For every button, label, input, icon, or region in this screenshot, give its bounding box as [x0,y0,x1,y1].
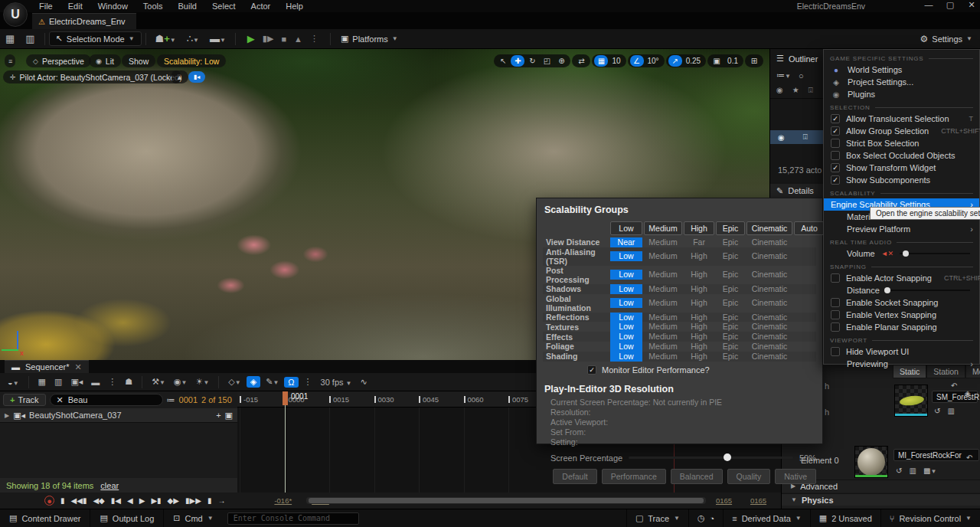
set-start-icon[interactable]: ▮ [60,496,65,505]
scalability-cell-low[interactable]: Low [610,313,642,322]
browse-sequence-icon[interactable]: ▥ [51,377,65,387]
reset-property-icon[interactable]: ↶ [949,381,959,390]
checkbox-checked-icon[interactable]: ✓ [831,175,840,185]
prev-frame-icon[interactable]: ▮◀ [111,496,121,505]
checkbox-icon[interactable] [831,347,840,356]
add-section-icon[interactable]: + [216,411,220,420]
favorite-column-icon[interactable]: ★ [792,86,799,95]
menu-item-allow-group-selection[interactable]: ✓Allow Group SelectionCTRL+SHIFT+G [824,125,979,137]
visibility-column-icon[interactable]: ◉ [776,86,783,95]
camera-speed-value[interactable]: 0.1 [724,57,741,65]
scale-snap-icon[interactable]: ↗ [668,55,682,67]
play-reverse-icon[interactable]: ◀ [127,496,133,505]
material-thumbnail[interactable] [854,446,888,478]
source-control-icon[interactable]: ▥ [20,33,40,44]
scalability-cell-near[interactable]: Near [610,237,642,247]
scalability-cell-cinematic[interactable]: Cinematic [746,270,792,280]
preset-button-balanced[interactable]: Balanced [671,469,723,484]
scalability-cell-low[interactable]: Low [610,342,642,352]
snap-options-icon[interactable]: ⋮ [301,377,315,387]
select-tool-icon[interactable]: ↖ [496,55,510,67]
menu-item-select[interactable]: Select [205,0,243,12]
menu-item-plugins[interactable]: ◉Plugins [824,88,979,100]
jump-start-icon[interactable]: ◀◀▮ [71,496,87,505]
settings-dropdown[interactable]: ⚙ Settings ▼ [920,34,972,44]
play-options-icon[interactable]: ⋮ [310,34,318,44]
material-options-icon[interactable]: ▩▼ [921,466,939,475]
maximize-viewport-icon[interactable]: ⊞ [747,55,761,67]
scalability-cell-epic[interactable]: Epic [716,251,745,261]
move-tool-icon[interactable]: ✚ [511,55,524,67]
scalability-cell-high[interactable]: High [684,313,714,322]
more-options-icon[interactable]: ⋮ [105,377,119,387]
menu-item-show-subcomponents[interactable]: ✓Show Subcomponents [824,174,979,186]
show-dropdown[interactable]: Show [122,54,155,67]
play-icon[interactable]: ▶ [139,496,145,505]
scalability-cell-cinematic[interactable]: Cinematic [746,332,792,342]
scalability-cell-high[interactable]: High [684,342,714,352]
menu-item-distance[interactable]: Distance [840,284,979,296]
quality-column-button-epic[interactable]: Epic [716,221,745,235]
checkbox-icon[interactable] [831,298,840,307]
cmd-dropdown[interactable]: ⊡ Cmd ▼ [164,509,222,527]
quality-column-button-low[interactable]: Low [610,221,642,235]
scalability-cell-cinematic[interactable]: Cinematic [746,237,792,247]
scalability-cell-epic[interactable]: Epic [716,352,745,362]
jump-end-icon[interactable]: ▮▶▶ [185,496,201,505]
scalability-cell-high[interactable]: High [684,322,714,332]
console-command-input[interactable]: Enter Console Command [227,512,359,525]
camera-speed-icon[interactable]: ▣ [710,55,724,67]
surface-snap-icon[interactable]: ⇄ [574,55,588,67]
scale-tool-icon[interactable]: ◰ [540,55,554,67]
scalability-cell-epic[interactable]: Epic [716,322,745,332]
scalability-cell-cinematic[interactable]: Cinematic [746,322,792,332]
menu-item-project-settings-[interactable]: ◈Project Settings... [824,76,979,88]
stop-button[interactable]: ■ [281,34,286,44]
prev-key-icon[interactable]: ◀◆ [93,496,104,505]
cinematics-icon[interactable]: ▬▼ [204,33,231,44]
menu-item-enable-actor-snapping[interactable]: Enable Actor SnappingCTRL+SHIFT+K [824,272,979,284]
menu-item-box-select-occluded-objects[interactable]: Box Select Occluded Objects [824,149,979,162]
scalability-cell-epic[interactable]: Epic [716,237,745,247]
range-start-a[interactable]: -016* [274,496,292,505]
fps-dropdown[interactable]: 30 fps ▼ [318,378,355,387]
add-actor-icon[interactable]: ☗+▼ [150,33,181,44]
play-button[interactable]: ▶ [247,33,255,44]
menu-item-allow-translucent-selection[interactable]: ✓Allow Translucent SelectionT [824,113,979,125]
scalability-cell-cinematic[interactable]: Cinematic [746,251,792,261]
edit-options-icon[interactable]: ✎▼ [263,377,282,387]
pin-icon[interactable]: ⍗ [803,133,808,142]
scalability-cell-medium[interactable]: Medium [644,298,682,308]
menu-item-volume[interactable]: Volume◄✕ [840,247,979,260]
scalability-cell-high[interactable]: High [684,352,714,362]
menu-item-enable-socket-snapping[interactable]: Enable Socket Snapping [824,296,979,309]
use-selected-icon[interactable]: ↺ [893,466,904,475]
preset-button-native[interactable]: Native [775,469,816,484]
physics-section[interactable]: ▼ Physics [782,493,980,506]
derived-data-dropdown[interactable]: ≡ Derived Data ▼ [723,509,810,527]
slider-knob[interactable] [724,453,731,461]
slider-knob[interactable] [903,250,909,257]
menu-item-file[interactable]: File [32,0,60,12]
browse-to-asset-icon[interactable]: ▥ [906,466,918,475]
loop-icon[interactable]: → [217,496,225,505]
checkbox-icon[interactable] [831,273,840,283]
next-key-icon[interactable]: ◆▶ [168,496,179,505]
spawn-actor-icon[interactable]: ☗ [122,377,136,387]
scalability-cell-far[interactable]: Far [684,237,714,247]
filter-icon[interactable]: ≔▼ [776,70,791,80]
preset-button-performance[interactable]: Performance [602,469,666,484]
scalability-cell-low[interactable]: Low [610,270,642,280]
close-button[interactable]: ✕ [966,0,977,10]
camera-cut-icon[interactable]: ▣ [225,411,233,421]
snap-magnet-icon[interactable]: Ω [284,377,298,388]
scalability-cell-low[interactable]: Low [610,284,642,294]
pin-column-icon[interactable]: ⍗ [808,86,813,95]
revision-control-dropdown[interactable]: ⑂ Revision Control ▼ [880,509,980,527]
camera-menu-icon[interactable]: ◒▼ [5,378,22,387]
clear-search-icon[interactable]: ✕ [57,395,64,405]
reset-property-icon[interactable]: ↶ [964,453,975,462]
trace-dropdown[interactable]: ▢ Trace ▼ [626,509,688,527]
close-tab-icon[interactable]: ✕ [75,362,82,372]
edit-asset-icon[interactable]: ◈ [962,389,973,398]
